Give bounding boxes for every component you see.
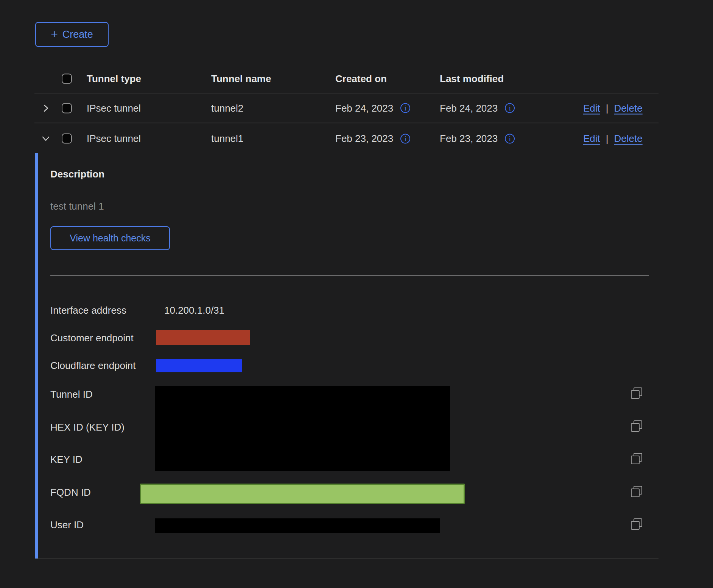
action-separator: |: [606, 102, 609, 114]
created-on-cell: Feb 23, 2023 i: [335, 133, 410, 145]
chevron-right-icon[interactable]: [41, 103, 51, 113]
hex-id-label: HEX ID (KEY ID): [50, 422, 125, 433]
created-on-date: Feb 23, 2023: [335, 133, 393, 145]
tunnel-name-cell: tunnel2: [211, 102, 243, 114]
column-header-last-modified: Last modified: [440, 73, 504, 84]
info-icon[interactable]: i: [400, 134, 410, 143]
panel-divider: [50, 275, 649, 275]
user-id-redacted-value: [155, 518, 440, 533]
cloudflare-endpoint-redacted-value: [156, 359, 242, 372]
column-header-tunnel-type: Tunnel type: [87, 73, 141, 84]
description-value: test tunnel 1: [50, 201, 104, 212]
description-heading: Description: [50, 168, 104, 180]
info-icon[interactable]: i: [400, 103, 410, 113]
view-health-checks-button[interactable]: View health checks: [50, 226, 170, 250]
interface-address-value: 10.200.1.0/31: [164, 305, 224, 316]
tunnel-type-cell: IPsec tunnel: [87, 102, 141, 114]
select-all-checkbox[interactable]: [62, 73, 72, 84]
table-header-row: Tunnel type Tunnel name Created on Last …: [0, 64, 713, 93]
copy-icon[interactable]: [631, 387, 642, 399]
delete-link[interactable]: Delete: [614, 102, 643, 114]
copy-icon[interactable]: [631, 486, 642, 497]
user-id-label: User ID: [50, 519, 84, 531]
cloudflare-endpoint-label: Cloudflare endpoint: [50, 360, 136, 372]
copy-icon[interactable]: [631, 518, 642, 530]
last-modified-date: Feb 24, 2023: [440, 102, 498, 114]
row-actions: Edit | Delete: [583, 133, 643, 145]
key-id-label: KEY ID: [50, 454, 83, 465]
action-separator: |: [606, 133, 609, 145]
row-actions: Edit | Delete: [583, 102, 643, 114]
create-button-label: Create: [62, 29, 93, 40]
expanded-row-accent-bar: [35, 153, 38, 558]
fqdn-id-label: FQDN ID: [50, 487, 91, 498]
last-modified-date: Feb 23, 2023: [440, 133, 498, 145]
row-checkbox[interactable]: [62, 103, 72, 113]
customer-endpoint-label: Customer endpoint: [50, 332, 134, 344]
info-icon[interactable]: i: [505, 134, 515, 143]
table-row-tunnel2: IPsec tunnel tunnel2 Feb 24, 2023 i Feb …: [0, 93, 713, 123]
fqdn-id-redacted-value: [140, 484, 465, 504]
tunnel-id-label: Tunnel ID: [50, 389, 93, 400]
ids-redacted-value: [155, 386, 450, 471]
create-button[interactable]: + Create: [35, 22, 109, 47]
edit-link[interactable]: Edit: [583, 102, 600, 114]
last-modified-cell: Feb 23, 2023 i: [440, 133, 515, 145]
tunnel-name-cell: tunnel1: [211, 133, 243, 145]
column-header-tunnel-name: Tunnel name: [211, 73, 271, 84]
interface-address-label: Interface address: [50, 305, 126, 316]
created-on-cell: Feb 24, 2023 i: [335, 102, 410, 114]
last-modified-cell: Feb 24, 2023 i: [440, 102, 515, 114]
edit-link[interactable]: Edit: [583, 133, 600, 145]
customer-endpoint-redacted-value: [156, 330, 250, 345]
expanded-row-bottom-divider: [35, 558, 659, 559]
ipsec-tunnels-page: + Create Tunnel type Tunnel name Created…: [0, 0, 713, 588]
chevron-down-icon[interactable]: [41, 134, 51, 143]
copy-icon[interactable]: [631, 453, 642, 464]
info-icon[interactable]: i: [505, 103, 515, 113]
row-checkbox[interactable]: [62, 134, 72, 144]
tunnel-type-cell: IPsec tunnel: [87, 133, 141, 145]
copy-icon[interactable]: [631, 420, 642, 432]
table-row-tunnel1: IPsec tunnel tunnel1 Feb 23, 2023 i Feb …: [0, 123, 713, 154]
delete-link[interactable]: Delete: [614, 133, 643, 145]
plus-icon: +: [51, 28, 58, 40]
column-header-created-on: Created on: [335, 73, 387, 84]
created-on-date: Feb 24, 2023: [335, 102, 393, 114]
